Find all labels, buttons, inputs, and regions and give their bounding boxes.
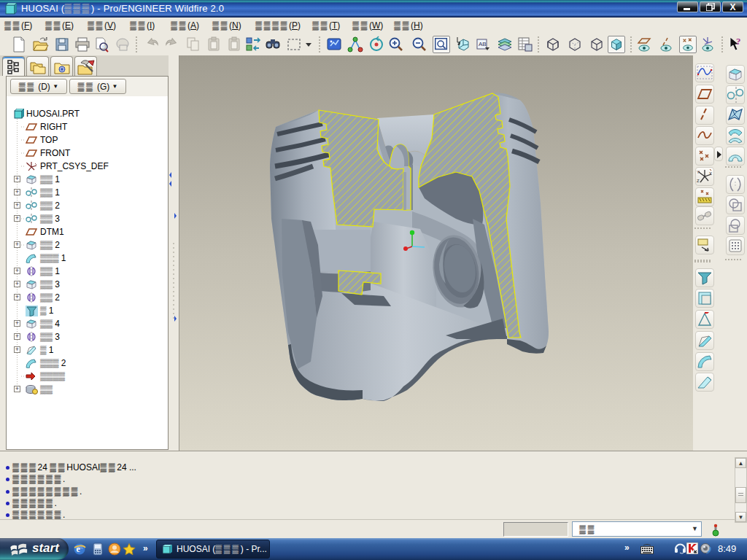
svg-text:?: ?: [736, 36, 741, 47]
svg-text:Y: Y: [697, 170, 700, 174]
svg-text:AB: AB: [479, 41, 487, 47]
svg-text:X: X: [709, 171, 712, 176]
svg-text:Z: Z: [697, 179, 700, 183]
